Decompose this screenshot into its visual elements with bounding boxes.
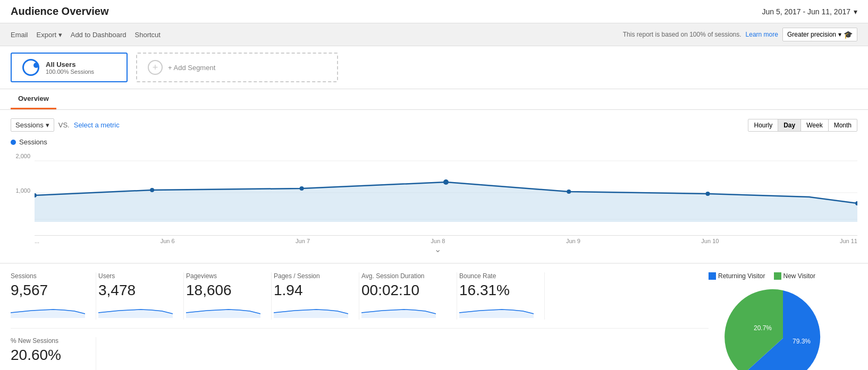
data-point-jun6 [150, 188, 154, 192]
stat-session-duration-value: 00:02:10 [361, 282, 446, 299]
returning-label: Returning Visitor [718, 272, 765, 280]
date-label-jun7: Jun 7 [296, 238, 310, 254]
new-pct-label: 20.7% [754, 324, 772, 332]
time-btn-hourly[interactable]: Hourly [748, 119, 778, 132]
add-segment-circle-icon: + [148, 60, 163, 75]
sparkline-sessions [11, 302, 85, 318]
new-color-swatch [774, 272, 781, 280]
page-title: Audience Overview [11, 5, 109, 18]
precision-button[interactable]: Greater precision ▾ 🎓 [782, 28, 857, 41]
stat-users-label: Users [98, 272, 173, 280]
date-axis: ... Jun 6 Jun 7 Jun 8 ⌄ Jun 9 Jun 10 Jun… [35, 235, 857, 254]
time-btn-week[interactable]: Week [800, 119, 828, 132]
chart-controls: Sessions ▾ VS. Select a metric Hourly Da… [11, 118, 857, 132]
date-label-start: ... [35, 238, 39, 254]
sparkline-session-duration [361, 302, 436, 318]
sessions-legend-label: Sessions [19, 138, 47, 146]
sessions-dropdown-label: Sessions [15, 121, 44, 129]
stat-new-sessions-label: % New Sessions [11, 337, 85, 345]
all-users-segment: All Users 100.00% Sessions [11, 53, 128, 82]
date-label-jun10: Jun 10 [701, 238, 719, 254]
all-users-label: All Users [46, 61, 94, 68]
new-label: New Visitor [783, 272, 815, 280]
shortcut-button[interactable]: Shortcut [135, 31, 161, 39]
pie-chart: 79.3% 20.7% [724, 285, 841, 370]
stat-pages-session: Pages / Session 1.94 [274, 272, 359, 320]
date-range-text: Jun 5, 2017 - Jun 11, 2017 [762, 7, 850, 16]
add-segment-button[interactable]: + + Add Segment [136, 53, 338, 82]
stat-new-sessions-value: 20.60% [11, 347, 85, 364]
returning-color-swatch [709, 272, 716, 280]
learn-more-link[interactable]: Learn more [746, 31, 778, 38]
add-segment-label: + Add Segment [168, 64, 215, 72]
stat-session-duration: Avg. Session Duration 00:02:10 [361, 272, 457, 320]
legend-new: New Visitor [774, 272, 815, 280]
main-chart [35, 150, 857, 235]
date-label-jun6: Jun 6 [161, 238, 175, 254]
top-header: Audience Overview Jun 5, 2017 - Jun 11, … [0, 0, 868, 23]
stat-sessions: Sessions 9,567 [11, 272, 96, 320]
vs-label: VS. [58, 121, 70, 129]
stat-sessions-label: Sessions [11, 272, 85, 280]
stat-pageviews-label: Pageviews [186, 272, 260, 280]
data-point-jun7 [300, 186, 304, 191]
stat-users-value: 3,478 [98, 282, 173, 299]
y-label-1000: 1,000 [11, 187, 30, 194]
stat-pages-session-label: Pages / Session [274, 272, 348, 280]
stat-bounce-rate-value: 16.31% [459, 282, 534, 299]
chart-area [35, 182, 857, 222]
stats-row-1: Sessions 9,567 Users 3,478 Pageviews 18,… [11, 272, 709, 328]
stat-pageviews: Pageviews 18,606 [186, 272, 272, 320]
select-metric-link[interactable]: Select a metric [74, 121, 120, 129]
export-button[interactable]: Export ▾ [37, 31, 62, 39]
date-label-jun11: Jun 11 [840, 238, 857, 254]
overview-tab-bar: Overview [0, 89, 868, 110]
time-buttons-group: Hourly Day Week Month [748, 119, 857, 132]
export-arrow-icon: ▾ [58, 31, 62, 39]
date-label-jun8: Jun 8 ⌄ [431, 238, 445, 254]
stat-sessions-value: 9,567 [11, 282, 85, 299]
pie-legend: Returning Visitor New Visitor [709, 272, 815, 280]
sparkline-new-sessions [11, 367, 85, 370]
time-btn-day[interactable]: Day [778, 119, 801, 132]
legend-returning: Returning Visitor [709, 272, 765, 280]
data-point-jun10 [706, 192, 710, 196]
pie-section: Returning Visitor New Visitor 79.3% 20.7… [709, 272, 857, 370]
toolbar-right: This report is based on 100% of sessions… [623, 28, 857, 41]
sessions-dropdown-arrow: ▾ [46, 121, 49, 129]
date-label-jun9: Jun 9 [566, 238, 580, 254]
tab-overview[interactable]: Overview [11, 89, 56, 109]
toolbar: Email Export ▾ Add to Dashboard Shortcut… [0, 23, 868, 46]
y-label-2000: 2,000 [11, 153, 30, 159]
add-dashboard-button[interactable]: Add to Dashboard [71, 31, 127, 39]
time-btn-month[interactable]: Month [828, 119, 857, 132]
all-users-icon [22, 59, 39, 76]
stats-columns: Sessions 9,567 Users 3,478 Pageviews 18,… [11, 272, 709, 370]
stat-new-sessions: % New Sessions 20.60% [11, 337, 96, 370]
chart-section: Sessions ▾ VS. Select a metric Hourly Da… [0, 110, 868, 263]
sparkline-bounce-rate [459, 302, 534, 318]
chart-controls-left: Sessions ▾ VS. Select a metric [11, 118, 120, 132]
stat-bounce-rate: Bounce Rate 16.31% [459, 272, 545, 320]
hat-icon: 🎓 [844, 30, 853, 39]
sessions-dropdown[interactable]: Sessions ▾ [11, 118, 54, 132]
email-button[interactable]: Email [11, 31, 28, 39]
data-point-jun9 [567, 190, 571, 194]
date-range-arrow-icon: ▾ [854, 7, 857, 16]
sparkline-pageviews [186, 302, 260, 318]
date-range-picker[interactable]: Jun 5, 2017 - Jun 11, 2017 ▾ [762, 7, 857, 16]
stats-row-2: % New Sessions 20.60% [11, 328, 709, 370]
segments-bar: All Users 100.00% Sessions + + Add Segme… [0, 46, 868, 89]
toolbar-left: Email Export ▾ Add to Dashboard Shortcut [11, 31, 161, 39]
sessions-legend-dot [11, 140, 16, 145]
dropdown-arrow-icon: ▾ [838, 31, 841, 38]
sparkline-users [98, 302, 173, 318]
all-users-info: All Users 100.00% Sessions [46, 61, 94, 75]
report-info-text: This report is based on 100% of sessions… [623, 31, 741, 38]
precision-label: Greater precision [787, 31, 836, 38]
chart-legend: Sessions [11, 138, 857, 146]
all-users-sub: 100.00% Sessions [46, 68, 94, 75]
sparkline-pages-session [274, 302, 348, 318]
stat-pages-session-value: 1.94 [274, 282, 348, 299]
stat-session-duration-label: Avg. Session Duration [361, 272, 446, 280]
